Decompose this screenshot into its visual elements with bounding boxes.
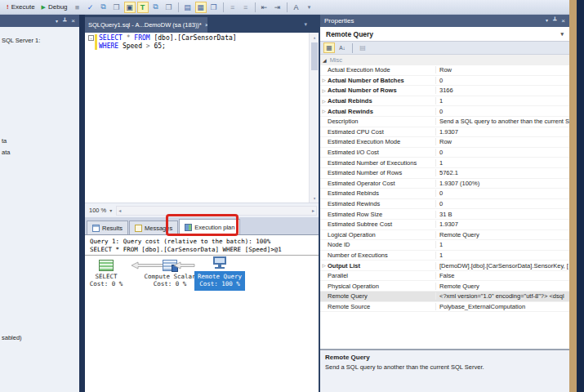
property-row[interactable]: ▷Actual Rewinds0 <box>320 106 569 117</box>
scroll-down-icon[interactable]: ▾ <box>310 194 319 203</box>
parse-icon[interactable]: ✓ <box>85 2 96 13</box>
property-row[interactable]: Estimated Execution ModeRow <box>320 137 569 148</box>
cancel-query-icon[interactable]: ■ <box>72 2 83 13</box>
zoom-level-value: 100 % <box>89 207 106 214</box>
property-row[interactable]: ▷Output List[DemoDW].[dbo].[CarSensorDat… <box>320 261 569 271</box>
live-stats-icon[interactable]: ⧉ <box>150 2 162 13</box>
plan-query-cost-line: Query 1: Query cost (relative to the bat… <box>90 238 270 245</box>
scroll-up-icon[interactable]: ▴ <box>310 33 319 42</box>
pin-icon[interactable]: ┻ <box>553 17 556 24</box>
close-icon[interactable]: × <box>71 17 75 24</box>
toolbar-separator <box>255 2 256 12</box>
scroll-right-icon[interactable]: ▸ <box>312 207 314 213</box>
plan-node-cost: Cost: 0 % <box>144 280 196 287</box>
property-row[interactable]: Estimated Number of Executions1 <box>320 158 569 168</box>
execute-label: Execute <box>11 3 35 11</box>
category-label: Misc <box>330 56 342 64</box>
properties-caption[interactable]: Properties ▾ ┻ × <box>320 15 569 27</box>
query-document-tab[interactable]: SQLQuery1.sql - A...DemoDW (sa (183))* × <box>85 17 207 33</box>
selected-object-combo[interactable]: Remote Query ▾ <box>320 27 569 42</box>
messages-icon <box>135 225 142 232</box>
zoom-dropdown-icon: ▾ <box>109 207 112 213</box>
toolbar-overflow-icon[interactable]: ▾ <box>304 2 315 13</box>
property-row[interactable]: ▷Actual Number of Batches0 <box>320 76 569 87</box>
categorized-icon[interactable]: ▦ <box>323 42 335 53</box>
tree-node[interactable]: ta <box>2 137 7 145</box>
zoom-level-select[interactable]: 100 % ▾ <box>85 207 116 214</box>
comment-icon[interactable]: ≡ <box>227 2 239 13</box>
property-row[interactable]: Actual Execution ModeRow <box>320 65 569 76</box>
property-row[interactable]: Estimated Operator Cost1.9307 (100%) <box>320 179 569 189</box>
property-row[interactable]: ▷Actual Number of Rows3166 <box>320 86 569 96</box>
desktop-background <box>577 0 584 392</box>
panel-splitter[interactable] <box>79 15 85 392</box>
sort-alphabetical-icon[interactable]: A↓ <box>337 42 348 53</box>
toolbar-separator <box>223 2 224 12</box>
outdent-icon[interactable]: ⇤ <box>259 2 270 13</box>
property-row[interactable]: Estimated I/O Cost0 <box>320 148 569 158</box>
property-row[interactable]: Number of Executions1 <box>320 251 569 261</box>
tree-node[interactable]: sabled) <box>2 334 22 341</box>
client-stats-icon[interactable]: ❐ <box>163 2 175 13</box>
category-row-misc[interactable]: ◢ Misc <box>320 55 569 65</box>
plan-node-select[interactable]: SELECT Cost: 0 % <box>85 260 127 287</box>
property-row[interactable]: Physical OperationRemote Query <box>320 281 569 292</box>
execution-plan-pane[interactable]: Query 1: Query cost (relative to the bat… <box>85 235 319 392</box>
window-menu-icon[interactable]: ▾ <box>56 18 58 24</box>
property-row-selected[interactable]: Remote Query<?xml version="1.0" encoding… <box>320 292 569 302</box>
intellisense-icon[interactable]: ▣ <box>124 2 136 13</box>
results-to-text-icon[interactable]: ▤ <box>182 2 194 13</box>
property-row[interactable]: Estimated Number of Rows5762.1 <box>320 168 569 179</box>
expand-icon: ▷ <box>320 88 328 93</box>
estimated-plan-icon[interactable]: ⧉ <box>98 2 109 13</box>
main-toolbar: ! Execute ▶ Debug ■ ✓ ⧉ ❐ ▣ T ⧉ ❐ ▤ ▦ ❐ … <box>0 0 569 15</box>
results-to-grid-icon[interactable]: ▦ <box>195 2 207 13</box>
tree-node[interactable]: ata <box>2 149 10 156</box>
property-row[interactable]: Estimated Row Size31 B <box>320 209 569 220</box>
close-icon[interactable]: × <box>561 17 565 24</box>
results-to-file-icon[interactable]: ❐ <box>208 2 220 13</box>
server-tree-node[interactable]: SQL Server 1: <box>2 37 40 44</box>
property-row[interactable]: Logical OperationRemote Query <box>320 230 569 241</box>
query-tab-title: SQLQuery1.sql - A...DemoDW (sa (183))* <box>88 21 202 29</box>
debug-button[interactable]: ▶ Debug <box>38 2 71 11</box>
code-fold-icon[interactable]: - <box>88 35 94 41</box>
description-text: Send a SQL query to another than the cur… <box>325 363 564 371</box>
property-row[interactable]: DescriptionSend a SQL query to another t… <box>320 117 569 127</box>
select-operator-icon <box>99 260 114 271</box>
property-row[interactable]: Remote SourcePolybase_ExternalComputatio… <box>320 302 569 313</box>
execute-button[interactable]: ! Execute <box>3 2 38 11</box>
actual-plan-icon[interactable]: T <box>137 2 149 13</box>
tab-close-icon[interactable]: × <box>205 21 207 29</box>
scrollbar-thumb[interactable] <box>311 42 318 70</box>
property-row[interactable]: ▷Actual Rebinds1 <box>320 96 569 107</box>
uncomment-icon[interactable]: ≡ <box>240 2 252 13</box>
editor-vertical-scrollbar[interactable]: ▴ ▾ <box>309 33 319 203</box>
indent-icon[interactable]: ⇥ <box>272 2 283 13</box>
plan-node-cost: Cost: 0 % <box>85 280 127 287</box>
debug-play-icon: ▶ <box>42 4 46 11</box>
pin-icon[interactable]: ┻ <box>63 18 66 24</box>
scroll-left-icon[interactable]: ◂ <box>118 207 121 213</box>
property-row[interactable]: Estimated Rewinds0 <box>320 199 569 210</box>
property-row[interactable]: Estimated Rebinds0 <box>320 189 569 199</box>
properties-toolbar: ▦ A↓ ▤ <box>320 42 569 55</box>
properties-title: Properties <box>324 17 354 24</box>
window-menu-icon[interactable]: ▾ <box>546 17 548 24</box>
property-row[interactable]: Estimated Subtree Cost1.9307 <box>320 220 569 230</box>
font-options-icon[interactable]: A <box>291 2 302 13</box>
background-window-edge <box>569 0 577 392</box>
property-row[interactable]: ParallelFalse <box>320 271 569 282</box>
tab-results[interactable]: Results <box>87 220 128 234</box>
property-row[interactable]: Node ID1 <box>320 240 569 251</box>
sql-editor[interactable]: - SELECT * FROM [dbo].[CarSensorData] WH… <box>85 33 319 203</box>
query-options-icon[interactable]: ❐ <box>111 2 123 13</box>
sql-line-1: SELECT * FROM [dbo].[CarSensorData] <box>99 34 237 42</box>
property-pages-icon[interactable]: ▤ <box>357 42 368 53</box>
tab-list-dropdown-icon[interactable]: ▾ <box>304 21 307 28</box>
plan-node-remote-query[interactable]: Remote Query Cost: 100 % <box>194 256 245 270</box>
property-row[interactable]: Estimated CPU Cost1.9307 <box>320 127 569 138</box>
remote-query-icon <box>212 256 227 270</box>
results-grid-icon <box>92 225 100 232</box>
object-explorer-panel: ▾ ┻ × SQL Server 1: ta ata sabled) <box>0 15 79 392</box>
